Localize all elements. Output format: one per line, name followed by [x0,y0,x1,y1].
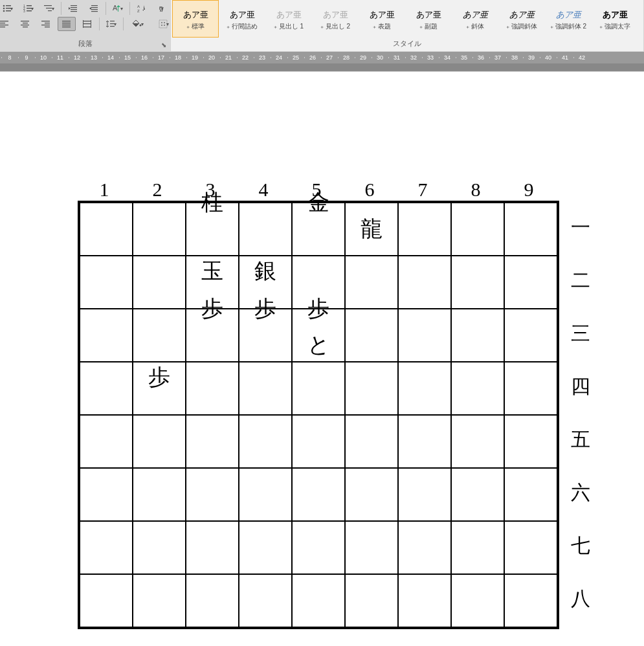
board-cell [504,468,557,521]
style-name: ₊ 強調太字 [599,21,630,32]
row-headers: 一二三四五六七八 [571,201,590,625]
column-header: 8 [449,179,502,201]
bullet-list-button[interactable]: ▾ [0,1,17,16]
svg-text:Z: Z [137,9,140,13]
board-cell [292,574,345,627]
paragraph-dialog-launcher[interactable]: ⬊ [160,41,168,49]
ruler-tick: 35 [456,54,472,61]
text-direction-button[interactable]: A▾ [109,1,127,16]
style-name: ₊ 表題 [373,21,391,32]
align-distribute-button[interactable] [78,17,96,31]
board-cell [398,574,451,627]
board-cell: 金 [292,203,345,256]
page[interactable]: 123456789 桂金龍玉銀歩歩歩と歩 一二三四五六七八 [0,71,644,646]
line-spacing-button[interactable]: ▾ [102,17,120,31]
style-name: ₊ 強調斜体 [506,21,537,32]
increase-indent-button[interactable] [85,1,103,16]
multilevel-list-button[interactable]: ▾ [40,1,58,16]
svg-rect-12 [44,5,52,6]
separator [99,17,100,30]
style-preview: あア亜 [230,5,255,21]
board-cell [504,203,557,256]
svg-rect-46 [91,20,91,28]
align-center-button[interactable] [16,17,34,31]
numbered-list-button[interactable]: 123▾ [19,1,38,16]
paragraph-label-text: 段落 [78,39,93,47]
show-marks-button[interactable] [153,1,172,16]
board-cell: 歩 [186,309,239,362]
board-row: 歩歩歩と [80,309,557,362]
board-cell [345,362,398,415]
shogi-piece: 金 [307,192,329,214]
board-row [80,468,557,521]
style-preview: あア亜 [509,5,535,21]
style-item[interactable]: あア亜₊ 強調斜体 2 [545,0,592,38]
align-justify-button[interactable] [58,17,76,31]
style-name: ₊ 斜体 [466,21,484,32]
shading-button[interactable]: ▾ [126,17,150,31]
style-item[interactable]: あア亜₊ 見出し 1 [265,0,312,38]
ruler-tick: 8 [1,54,18,61]
board-cell [292,362,345,415]
board-cell [80,309,133,362]
svg-rect-53 [164,22,165,23]
align-right-button[interactable] [37,17,55,31]
style-item[interactable]: あア亜₊ 標準 [172,0,219,38]
ruler-tick: 34 [439,54,456,61]
board-cell [504,362,557,415]
svg-rect-33 [23,27,28,27]
paragraph-row-2: ▾ ▾ ▾ [0,17,175,31]
style-preview: あア亜 [323,5,348,21]
style-name: ₊ 副題 [419,21,438,32]
shogi-piece: 玉 [201,260,223,282]
board-cell [80,415,133,468]
ruler-tick: 30 [372,54,388,61]
ruler-tick: 23 [254,54,271,61]
style-item[interactable]: あア亜₊ 行間詰め [219,0,265,38]
board-cell [451,362,504,415]
style-name: ₊ 見出し 2 [320,21,350,32]
board-cell [504,521,557,574]
style-item[interactable]: あア亜₊ 強調斜体 [498,0,545,38]
svg-rect-26 [0,21,8,21]
board-cell [186,468,239,521]
separator [129,2,130,15]
board-cell [504,415,557,468]
board-row [80,574,557,627]
ruler-tick: 20 [203,54,220,61]
decrease-indent-button[interactable] [64,1,82,16]
svg-rect-18 [71,11,77,12]
board-cell [398,415,451,468]
style-item[interactable]: あア亜₊ 表題 [359,0,405,38]
board-cell [133,415,186,468]
style-name: ₊ 行間詰め [227,21,258,32]
ruler-tick: 25 [287,54,304,61]
paragraph-group-label: 段落 ⬊ [0,38,170,51]
style-item[interactable]: あア亜₊ 強調太字 [592,0,638,38]
ruler-tick: 39 [523,54,540,61]
board-cell [292,415,345,468]
align-left-button[interactable] [0,17,14,31]
board-cell [133,203,186,256]
horizontal-ruler[interactable]: 6789101112131415161718192021222324252627… [0,52,644,63]
board-cell [345,309,398,362]
row-header: 四 [571,360,590,413]
board-cell [451,309,504,362]
ruler-tick: 11 [52,54,69,61]
style-item[interactable]: あア亜₊ 見出し 2 [312,0,359,38]
style-item[interactable]: あア亜₊ 斜体 [452,0,498,38]
styles-group: あア亜₊ 標準あア亜₊ 行間詰めあア亜₊ 見出し 1あア亜₊ 見出し 2あア亜₊… [171,0,644,51]
board-cell [80,574,133,627]
sort-button[interactable]: AZ [133,1,151,16]
svg-rect-40 [62,25,71,25]
board-cell: 歩 [239,309,292,362]
board-cell [398,468,451,521]
row-header: 一 [571,201,590,254]
board-cell [292,468,345,521]
board-cell [186,362,239,415]
ruler-tick: 33 [422,54,439,61]
ruler-tick: 40 [540,54,557,61]
style-item[interactable]: あア亜₊ 副題 [405,0,452,38]
ruler-tick: 36 [472,54,489,61]
row-header: 八 [571,572,590,625]
